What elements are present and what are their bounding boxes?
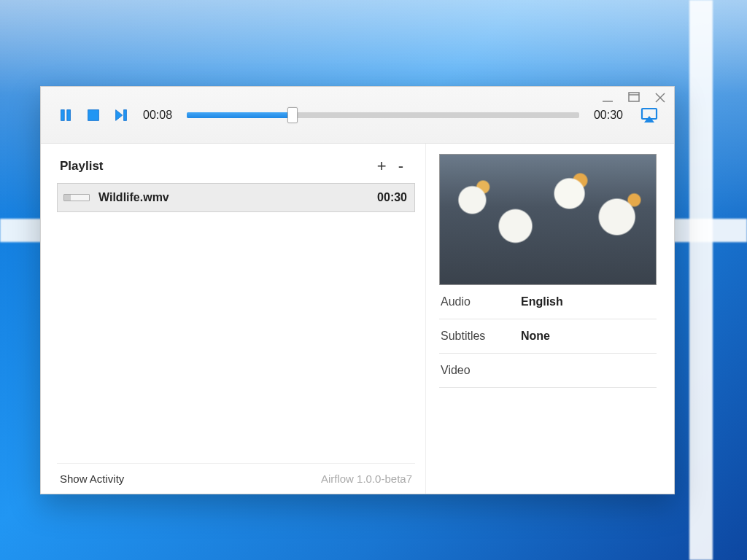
playlist-footer: Show Activity Airflow 1.0.0-beta7 bbox=[57, 463, 415, 488]
pause-button[interactable] bbox=[55, 105, 76, 125]
app-window: 00:08 00:30 Playlist + - bbox=[40, 86, 675, 494]
video-preview bbox=[439, 154, 657, 285]
current-time: 00:08 bbox=[139, 109, 177, 122]
svg-rect-9 bbox=[124, 109, 127, 120]
airplay-button[interactable] bbox=[639, 105, 659, 125]
playlist-remove-button[interactable]: - bbox=[392, 158, 409, 174]
window-controls bbox=[601, 91, 667, 104]
svg-rect-5 bbox=[61, 109, 65, 120]
subtitles-value: None bbox=[521, 330, 550, 343]
svg-marker-8 bbox=[116, 109, 123, 120]
item-progress-fill bbox=[64, 195, 71, 201]
playlist-item[interactable]: Wildlife.wmv 00:30 bbox=[57, 183, 415, 212]
playlist-header: Playlist + - bbox=[57, 154, 415, 179]
total-time: 00:30 bbox=[589, 109, 627, 122]
playlist-title: Playlist bbox=[60, 159, 104, 174]
audio-row[interactable]: Audio English bbox=[439, 285, 657, 319]
seek-slider[interactable] bbox=[187, 108, 579, 122]
item-duration: 00:30 bbox=[377, 191, 407, 204]
svg-rect-6 bbox=[67, 109, 71, 120]
audio-label: Audio bbox=[441, 295, 521, 308]
seek-track bbox=[187, 112, 579, 118]
svg-rect-1 bbox=[629, 93, 639, 101]
seek-thumb[interactable] bbox=[287, 107, 298, 123]
maximize-icon[interactable] bbox=[627, 91, 640, 104]
subtitles-row[interactable]: Subtitles None bbox=[439, 319, 657, 354]
item-name: Wildlife.wmv bbox=[98, 191, 169, 204]
version-label: Airflow 1.0.0-beta7 bbox=[321, 472, 412, 485]
video-label: Video bbox=[441, 364, 521, 377]
svg-rect-7 bbox=[88, 109, 99, 120]
next-button[interactable] bbox=[111, 105, 131, 125]
details-pane: Audio English Subtitles None Video bbox=[426, 144, 674, 494]
item-progress bbox=[63, 194, 90, 201]
audio-value: English bbox=[521, 295, 563, 308]
toolbar: 00:08 00:30 bbox=[41, 87, 674, 144]
stop-button[interactable] bbox=[83, 105, 104, 125]
subtitles-label: Subtitles bbox=[441, 330, 521, 343]
desktop-glow bbox=[0, 0, 747, 95]
playlist-pane: Playlist + - Wildlife.wmv 00:30 Show Act… bbox=[41, 144, 426, 494]
minimize-icon[interactable] bbox=[601, 91, 614, 104]
playlist-add-button[interactable]: + bbox=[371, 158, 392, 174]
close-icon[interactable] bbox=[654, 91, 667, 104]
show-activity-link[interactable]: Show Activity bbox=[60, 472, 124, 485]
body: Playlist + - Wildlife.wmv 00:30 Show Act… bbox=[41, 144, 674, 494]
video-row[interactable]: Video bbox=[439, 354, 657, 388]
seek-fill bbox=[187, 112, 293, 118]
desktop-beam-vertical bbox=[689, 0, 713, 560]
